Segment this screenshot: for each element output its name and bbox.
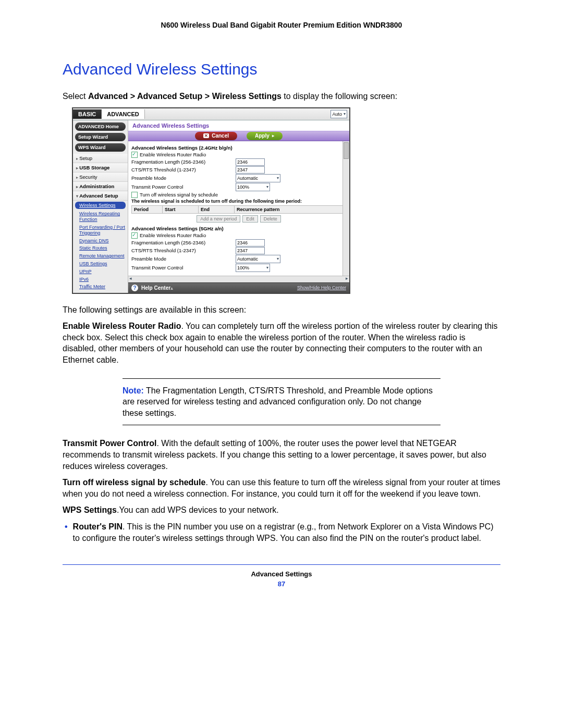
sidebar-item-advanced-setup[interactable]: Advanced Setup <box>73 191 128 201</box>
frag-5-input[interactable] <box>236 239 265 246</box>
help-center-bar: ? Help Center ▴ Show/Hide Help Center <box>128 282 349 293</box>
footer-page-number: 87 <box>63 580 500 588</box>
sidebar-sub-dynamic-dns[interactable]: Dynamic DNS <box>73 237 128 245</box>
sidebar-item-setup-wizard[interactable]: Setup Wizard <box>75 133 126 141</box>
horizontal-scrollbar[interactable] <box>128 276 349 282</box>
sidebar-item-security[interactable]: Security <box>73 172 128 182</box>
sidebar-sub-remote-management[interactable]: Remote Management <box>73 252 128 260</box>
vertical-scrollbar[interactable] <box>342 141 349 276</box>
intro-paragraph: Select Advanced > Advanced Setup > Wirel… <box>63 91 500 102</box>
router-ui-screenshot: BASIC ADVANCED Auto ADVANCED Home Setup … <box>72 107 350 294</box>
footer-rule <box>63 564 500 565</box>
help-center-label: Help Center <box>141 285 170 291</box>
sidebar-sub-port-forwarding[interactable]: Port Forwarding / Port Triggering <box>73 224 128 237</box>
sidebar-item-setup[interactable]: Setup <box>73 154 128 163</box>
sidebar-sub-upnp[interactable]: UPnP <box>73 268 128 276</box>
wps-label: WPS Settings <box>63 505 117 514</box>
intro-path: Advanced > Advanced Setup > Wireless Set… <box>88 92 282 101</box>
wps-text: .You can add WPS devices to your network… <box>117 505 279 514</box>
tab-basic[interactable]: BASIC <box>73 109 102 119</box>
col-period: Period <box>132 206 163 213</box>
section-title: Advanced Wireless Settings <box>63 60 500 78</box>
schedule-off-paragraph: Turn off wireless signal by schedule. Yo… <box>63 477 500 499</box>
sidebar-sub-traffic-meter[interactable]: Traffic Meter <box>73 283 128 291</box>
tab-advanced[interactable]: ADVANCED <box>102 109 145 119</box>
wps-paragraph: WPS Settings.You can add WPS devices to … <box>63 504 500 516</box>
cts-24-label: CTS/RTS Threshold (1-2347) <box>131 167 236 172</box>
sidebar-item-advanced-home[interactable]: ADVANCED Home <box>75 122 126 131</box>
enable-radio-paragraph: Enable Wireless Router Radio. You can co… <box>63 320 500 365</box>
enable-radio-24-label: Enable Wireless Router Radio <box>140 152 244 157</box>
turnoff-schedule-label: Turn off wireless signal by schedule <box>140 192 218 198</box>
frag-24-input[interactable] <box>236 158 265 166</box>
available-settings-paragraph: The following settings are available in … <box>63 304 500 316</box>
ui-button-bar: Cancel Apply <box>128 131 349 141</box>
col-recurrence: Recurrence pattern <box>235 206 346 213</box>
ui-content: Advanced Wireless Settings (2.4GHz b/g/n… <box>128 141 349 276</box>
footer-label: Advanced Settings <box>63 570 500 578</box>
cancel-button[interactable]: Cancel <box>195 132 237 140</box>
group-5ghz-title: Advanced Wireless Settings (5GHz a/n) <box>131 226 346 231</box>
sidebar-sub-static-routes[interactable]: Static Routes <box>73 244 128 252</box>
enable-radio-5-label: Enable Wireless Router Radio <box>140 232 244 238</box>
show-hide-help-link[interactable]: Show/Hide Help Center <box>297 285 346 290</box>
turnoff-schedule-checkbox[interactable] <box>131 192 138 198</box>
tpc-paragraph: Transmit Power Control. With the default… <box>63 438 500 472</box>
cts-5-input[interactable] <box>236 247 265 254</box>
sidebar-item-wps-wizard[interactable]: WPS Wizard <box>75 143 126 152</box>
tpc-5-label: Transmit Power Control <box>131 265 236 270</box>
tpc-5-select[interactable]: 100% <box>236 264 270 272</box>
bullet-icon: • <box>65 521 68 544</box>
note-text: The Fragmentation Length, CTS/RTS Thresh… <box>123 386 433 417</box>
language-select[interactable]: Auto <box>331 110 347 118</box>
intro-pre: Select <box>63 92 88 101</box>
preamble-5-label: Preamble Mode <box>131 256 236 262</box>
add-period-button[interactable]: Add a new period <box>197 215 240 223</box>
col-end: End <box>199 206 235 213</box>
col-start: Start <box>163 206 199 213</box>
ui-topbar: BASIC ADVANCED Auto <box>73 108 349 120</box>
schedule-off-label: Turn off wireless signal by schedule <box>63 478 205 487</box>
routers-pin-bullet: • Router's PIN. This is the PIN number y… <box>63 521 500 544</box>
sidebar-sub-wireless-repeating[interactable]: Wireless Repeating Function <box>73 210 128 224</box>
routers-pin-text: . This is the PIN number you use on a re… <box>73 522 494 542</box>
doc-header: N600 Wireless Dual Band Gigabit Router P… <box>63 21 500 29</box>
sidebar-item-usb-storage[interactable]: USB Storage <box>73 163 128 172</box>
schedule-note: The wireless signal is scheduled to turn… <box>131 199 302 204</box>
preamble-24-select[interactable]: Automatic <box>236 174 280 182</box>
frag-5-label: Fragmentation Length (256-2346) <box>131 240 236 245</box>
enable-radio-5-checkbox[interactable] <box>131 232 138 239</box>
intro-post: to display the following screen: <box>282 92 397 101</box>
tpc-24-select[interactable]: 100% <box>236 183 270 191</box>
edit-period-button[interactable]: Edit <box>242 215 258 223</box>
sidebar-sub-ipv6[interactable]: IPv6 <box>73 276 128 283</box>
preamble-5-select[interactable]: Automatic <box>236 255 280 263</box>
help-icon: ? <box>131 285 138 291</box>
note-box: Note: The Fragmentation Length, CTS/RTS … <box>123 378 440 426</box>
enable-radio-label: Enable Wireless Router Radio <box>63 322 181 330</box>
note-label: Note: <box>123 386 144 395</box>
tpc-label: Transmit Power Control <box>63 439 156 448</box>
cts-5-label: CTS/RTS Threshold (1-2347) <box>131 248 236 253</box>
cts-24-input[interactable] <box>236 166 265 174</box>
group-24ghz-title: Advanced Wireless Settings (2.4GHz b/g/n… <box>131 145 346 151</box>
help-expand-icon[interactable]: ▴ <box>170 285 172 291</box>
ui-sidebar: ADVANCED Home Setup Wizard WPS Wizard Se… <box>73 120 128 293</box>
tpc-24-label: Transmit Power Control <box>131 184 236 190</box>
sidebar-item-administration[interactable]: Administration <box>73 182 128 191</box>
sidebar-sub-usb-settings[interactable]: USB Settings <box>73 260 128 268</box>
enable-radio-24-checkbox[interactable] <box>131 152 138 158</box>
delete-period-button[interactable]: Delete <box>260 215 281 223</box>
apply-button[interactable]: Apply <box>247 132 283 140</box>
schedule-table-header: Period Start End Recurrence pattern <box>131 205 346 214</box>
frag-24-label: Fragmentation Length (256-2346) <box>131 159 236 165</box>
ui-main-title: Advanced Wireless Settings <box>128 120 349 131</box>
routers-pin-label: Router's PIN <box>73 522 123 531</box>
preamble-24-label: Preamble Mode <box>131 175 236 181</box>
sidebar-sub-wireless-settings[interactable]: Wireless Settings <box>75 202 126 209</box>
